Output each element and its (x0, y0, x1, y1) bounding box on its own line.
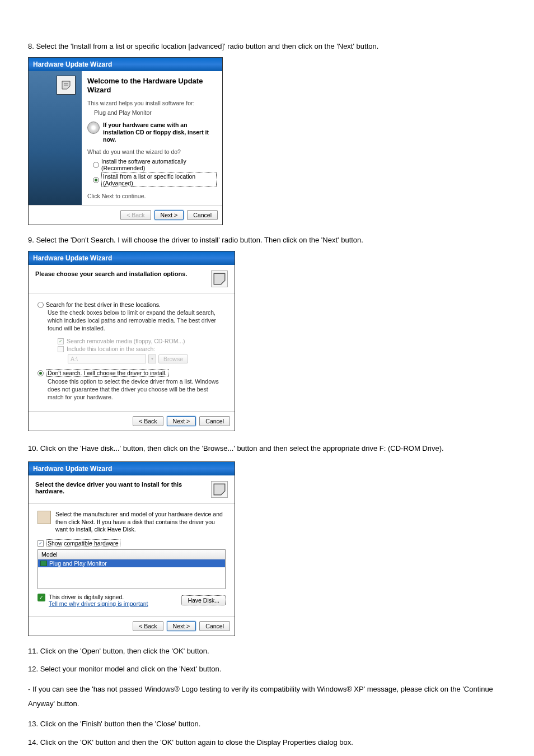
device-icon (38, 511, 51, 524)
radio-specific-label: Install from a list or specific location… (101, 172, 217, 187)
compatible-label: Show compatible hardware (46, 539, 120, 547)
cd-message: If your hardware came with an installati… (103, 122, 217, 143)
welcome-heading: Welcome to the Hardware Update Wizard (87, 77, 217, 94)
device-name: Plug and Play Monitor (94, 109, 217, 116)
monitor-icon (40, 561, 47, 566)
dialog-header: Select the device driver you want to ins… (35, 481, 211, 494)
path-input: A:\ (68, 354, 146, 363)
radio-search-label: Search for the best driver in these loca… (46, 301, 161, 308)
titlebar: Hardware Update Wizard (29, 251, 235, 265)
list-item[interactable]: Plug and Play Monitor (38, 559, 225, 567)
search-desc: Use the check boxes below to limit or ex… (48, 309, 226, 332)
step-11-text: 11. Click on the 'Open' button, then cli… (28, 646, 506, 656)
radio-specific-location[interactable]: Install from a list or specific location… (93, 172, 217, 187)
back-button[interactable]: < Back (133, 416, 163, 426)
radio-dont-search[interactable]: Don't search. I will choose the driver t… (38, 369, 226, 377)
step-14-text: 14. Click on the 'OK' button and then th… (28, 738, 506, 748)
signed-text: This driver is digitally signed. (49, 594, 148, 600)
checkbox-removable-media: ✓Search removable media (floppy, CD-ROM.… (58, 338, 226, 344)
have-disk-button[interactable]: Have Disk... (181, 595, 226, 605)
wizard-dialog-search-options: Hardware Update Wizard Please choose you… (28, 251, 235, 431)
cancel-button[interactable]: Cancel (199, 416, 230, 426)
step-12b-text: - If you can see the 'has not passed Win… (28, 682, 506, 711)
titlebar: Hardware Update Wizard (29, 58, 222, 71)
cd-icon (87, 122, 100, 134)
select-desc: Select the manufacturer and model of you… (55, 511, 226, 534)
dont-search-desc: Choose this option to select the device … (48, 378, 226, 401)
signing-link[interactable]: Tell me why driver signing is important (49, 600, 148, 607)
step-10-text: 10. Click on the 'Have disk...' button, … (28, 441, 506, 456)
step-8-text: 8. Select the 'Install from a list or sp… (28, 41, 506, 52)
step-12-text: 12. Select your monitor model and click … (28, 664, 506, 674)
radio-auto-install[interactable]: Install the software automatically (Reco… (93, 158, 217, 171)
model-column-header: Model (38, 550, 225, 559)
radio-dont-search-label: Don't search. I will choose the driver t… (46, 369, 168, 377)
dialog-header: Please choose your search and installati… (35, 270, 187, 277)
step-9-text: 9. Select the 'Don't Search. I will choo… (28, 235, 506, 245)
model-listbox[interactable]: Model Plug and Play Monitor (38, 549, 226, 589)
wizard-dialog-welcome: Hardware Update Wizard Welcome to the Ha… (28, 57, 223, 225)
continue-text: Click Next to continue. (87, 193, 217, 199)
cancel-button[interactable]: Cancel (199, 621, 230, 631)
next-button[interactable]: Next > (167, 416, 196, 426)
signed-icon: ✓ (38, 594, 45, 601)
titlebar: Hardware Update Wizard (29, 462, 235, 475)
next-button[interactable]: Next > (167, 621, 196, 631)
back-button: < Back (120, 210, 151, 220)
wizard-dialog-select-driver: Hardware Update Wizard Select the device… (28, 461, 235, 636)
back-button[interactable]: < Back (133, 621, 163, 631)
checkbox-compatible[interactable]: ✓ (38, 540, 44, 547)
radio-auto-label: Install the software automatically (Reco… (101, 158, 217, 171)
browse-button: Browse (158, 354, 188, 363)
hardware-icon (211, 481, 228, 498)
path-dropdown: ▾ (148, 354, 156, 363)
next-button[interactable]: Next > (154, 210, 184, 220)
step-13-text: 13. Click on the 'Finish' button then th… (28, 719, 506, 729)
what-do-text: What do you want the wizard to do? (87, 148, 217, 155)
hardware-icon (211, 270, 228, 287)
helps-text: This wizard helps you install software f… (87, 100, 217, 106)
wizard-side-image (29, 71, 82, 205)
hardware-icon (57, 76, 76, 95)
radio-search-best[interactable]: Search for the best driver in these loca… (38, 301, 226, 308)
checkbox-include-location: Include this location in the search: (58, 346, 226, 352)
cancel-button[interactable]: Cancel (187, 210, 218, 220)
